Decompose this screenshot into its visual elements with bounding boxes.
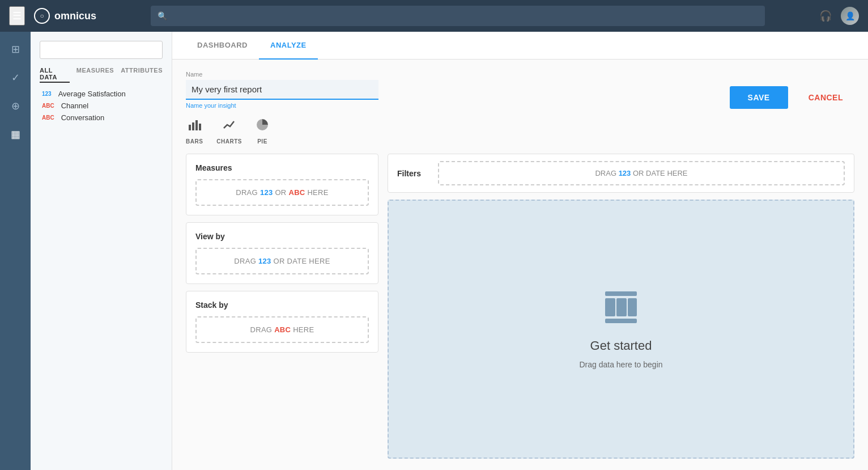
hamburger-button[interactable]: ☰ xyxy=(9,6,25,26)
logo-icon: ○ xyxy=(34,8,50,24)
lower-content: Measures DRAG 123 OR ABC HERE View by DR… xyxy=(186,154,854,459)
config-panel: Measures DRAG 123 OR ABC HERE View by DR… xyxy=(186,154,378,459)
svg-rect-7 xyxy=(628,298,637,316)
top-navigation: ☰ ○ omnicus 🔍 🎧 👤 xyxy=(0,0,868,32)
preview-table-icon xyxy=(603,289,639,332)
name-field: Name Name your insight xyxy=(186,71,378,109)
sidebar-item-charts[interactable]: ▦ xyxy=(8,126,23,143)
stackby-drag-zone[interactable]: DRAG ABC HERE xyxy=(195,316,369,343)
avatar-initials: 👤 xyxy=(845,11,855,20)
action-buttons: SAVE CANCEL xyxy=(730,86,854,109)
search-bar[interactable]: 🔍 xyxy=(151,6,765,26)
user-avatar[interactable]: 👤 xyxy=(841,7,859,25)
data-panel: ALL DATA MEASURES ATTRIBUTES 123 Average… xyxy=(31,32,172,470)
measures-title: Measures xyxy=(195,163,369,172)
data-tab-attributes[interactable]: ATTRIBUTES xyxy=(121,66,163,83)
name-input[interactable] xyxy=(186,80,378,100)
viewby-section: View by DRAG 123 OR DATE HERE xyxy=(186,222,378,284)
item-avg-satisfaction: Average Satisfaction xyxy=(58,90,126,98)
bars-icon xyxy=(188,118,201,135)
badge-123-avg: 123 xyxy=(40,90,54,98)
svg-rect-5 xyxy=(605,298,615,316)
stackby-title: Stack by xyxy=(195,300,369,310)
logo-text: omnicus xyxy=(54,10,96,22)
viewby-drag-zone[interactable]: DRAG 123 OR DATE HERE xyxy=(195,248,369,274)
sidebar-item-dashboard[interactable]: ⊞ xyxy=(9,41,22,58)
svg-rect-1 xyxy=(192,122,194,130)
data-search-input[interactable] xyxy=(40,41,163,59)
line-chart-icon xyxy=(223,118,236,135)
measures-section: Measures DRAG 123 OR ABC HERE xyxy=(186,154,378,215)
item-conversation: Conversation xyxy=(61,113,105,122)
viewby-title: View by xyxy=(195,232,369,241)
tab-dashboard[interactable]: DASHBOARD xyxy=(186,32,259,60)
headphone-icon[interactable]: 🎧 xyxy=(819,10,832,22)
viewby-123-highlight: 123 xyxy=(258,257,271,265)
chart-type-row: BARS CHARTS xyxy=(186,118,854,145)
data-tabs: ALL DATA MEASURES ATTRIBUTES xyxy=(40,66,163,83)
sidebar-item-globe[interactable]: ⊕ xyxy=(9,98,22,115)
list-item[interactable]: ABC Channel xyxy=(40,101,163,110)
stackby-abc-highlight: ABC xyxy=(274,325,291,334)
data-items-list: 123 Average Satisfaction ABC Channel ABC… xyxy=(40,90,163,122)
svg-rect-8 xyxy=(605,319,637,323)
content-area: ALL DATA MEASURES ATTRIBUTES 123 Average… xyxy=(31,32,868,470)
svg-rect-2 xyxy=(195,120,198,130)
stackby-section: Stack by DRAG ABC HERE xyxy=(186,291,378,353)
filters-row: Filters DRAG 123 OR DATE HERE xyxy=(388,154,854,193)
item-channel: Channel xyxy=(61,101,88,110)
bars-label: BARS xyxy=(186,138,203,145)
svg-rect-3 xyxy=(199,124,201,130)
svg-rect-0 xyxy=(189,125,191,130)
chart-type-bars[interactable]: BARS xyxy=(186,118,203,145)
measures-drag-zone[interactable]: DRAG 123 OR ABC HERE xyxy=(195,179,369,206)
search-input[interactable] xyxy=(172,11,758,20)
preview-title: Get started xyxy=(590,338,652,353)
filters-drag-zone[interactable]: DRAG 123 OR DATE HERE xyxy=(438,161,845,185)
main-container: ⊞ ✓ ⊕ ▦ ALL DATA MEASURES ATTRIBUTES 123… xyxy=(0,32,868,470)
logo-area: ○ omnicus xyxy=(34,8,96,24)
name-hint: Name your insight xyxy=(186,102,378,109)
main-right: DASHBOARD ANALYZE Name Name your insight… xyxy=(172,32,868,470)
list-item[interactable]: 123 Average Satisfaction xyxy=(40,90,163,98)
filters-label: Filters xyxy=(397,169,431,178)
pie-chart-icon xyxy=(256,118,269,135)
right-area: Filters DRAG 123 OR DATE HERE xyxy=(388,154,854,459)
filters-123-highlight: 123 xyxy=(619,169,631,177)
measures-abc-highlight: ABC xyxy=(288,188,305,197)
chart-type-line[interactable]: CHARTS xyxy=(216,118,242,145)
svg-rect-4 xyxy=(605,291,637,296)
preview-panel[interactable]: Get started Drag data here to begin xyxy=(388,200,854,459)
badge-abc-channel: ABC xyxy=(40,102,57,109)
data-tab-measures[interactable]: MEASURES xyxy=(76,66,114,83)
hamburger-icon: ☰ xyxy=(12,10,22,22)
pie-label: PIE xyxy=(257,138,267,145)
measures-123-highlight: 123 xyxy=(260,188,273,197)
cancel-button[interactable]: CANCEL xyxy=(797,86,854,109)
left-sidebar: ⊞ ✓ ⊕ ▦ xyxy=(0,32,31,470)
sidebar-item-tasks[interactable]: ✓ xyxy=(9,69,22,86)
charts-label: CHARTS xyxy=(216,138,242,145)
badge-abc-conversation: ABC xyxy=(40,114,57,121)
save-button[interactable]: SAVE xyxy=(730,86,788,109)
name-label: Name xyxy=(186,71,378,78)
analyze-content: Name Name your insight SAVE CANCEL xyxy=(172,60,868,470)
name-row: Name Name your insight SAVE CANCEL xyxy=(186,71,854,109)
nav-icons: 🎧 👤 xyxy=(819,7,859,25)
tab-analyze[interactable]: ANALYZE xyxy=(259,32,318,60)
search-icon: 🔍 xyxy=(158,11,167,20)
svg-rect-6 xyxy=(616,298,627,316)
preview-subtitle: Drag data here to begin xyxy=(579,360,662,369)
data-tab-all[interactable]: ALL DATA xyxy=(40,66,70,83)
list-item[interactable]: ABC Conversation xyxy=(40,113,163,122)
chart-type-pie[interactable]: PIE xyxy=(256,118,269,145)
tabs-bar: DASHBOARD ANALYZE xyxy=(172,32,868,60)
